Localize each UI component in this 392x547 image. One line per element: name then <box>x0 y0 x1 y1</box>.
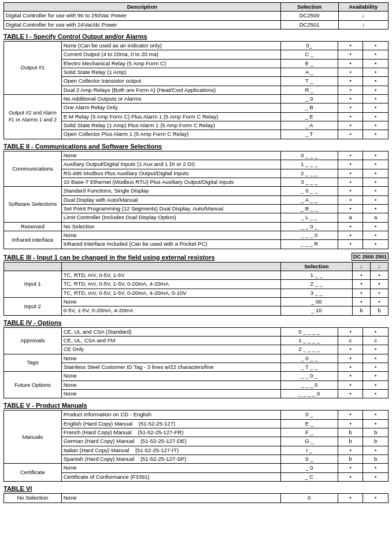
manual-it-av1: • <box>338 446 363 454</box>
ir-none-av2: • <box>363 231 389 239</box>
table-row: Dual Display with Auto/Manual _ A _ _ • … <box>4 195 389 204</box>
input2-0-5v: 0-5V, 1-5V, 0-20mA, 4-20mA <box>61 306 280 315</box>
table6-sel: 0 <box>280 494 338 502</box>
table1-title: TABLE I - Specify Control Output and/or … <box>3 33 389 40</box>
table-row: TC, RTD, mV, 0-5V, 1-5V, 0-20mA, 4-20mA … <box>4 280 389 289</box>
approval-fm-av1: c <box>338 337 363 345</box>
table1-section: Output #1 None (Can be used as an indica… <box>3 41 389 139</box>
output2-oc-av2: • <box>363 130 389 139</box>
cert-none-av1: • <box>338 464 363 472</box>
output2-em-av1: • <box>338 112 363 121</box>
table-row: RS-485 Modbus Plus Auxiliary Output/Digi… <box>4 169 389 178</box>
output1-none-sel: 0_ <box>280 42 338 50</box>
manual-en-av2: • <box>363 419 389 428</box>
manual-es: Spanish (Hard Copy) Manual (51-52-25-127… <box>61 455 280 464</box>
manual-de: German (Hard Copy) Manual (51-52-25-127-… <box>61 437 280 446</box>
manuals-label: Manuals <box>4 411 62 464</box>
table-row: Open Collector Plus Alarm 1 (5 Amp Form … <box>4 130 389 139</box>
output2-ssr-sel: _ A <box>280 121 338 130</box>
output1-oc-sel: T _ <box>280 77 338 86</box>
table4-section: Approvals CE, UL and CSA (Standard) 0 _ … <box>3 327 389 399</box>
table3-col-header-row: Selection ↓ ↓ <box>4 262 389 271</box>
cert-none-av2: • <box>363 464 389 472</box>
output1-emr: Electro Mechanical Relay (5 Amp Form C) <box>61 59 280 68</box>
output2-oc-av1: • <box>338 130 363 139</box>
sw-spp-sel: _ B _ _ <box>280 204 338 213</box>
t3-col-blank2 <box>61 262 280 271</box>
table-row: French (Hard Copy) Manual (51-52-25-127-… <box>4 428 389 437</box>
future3-none-sel: _ _ _ _ 0 <box>280 390 338 398</box>
output2-em-sel: _ E <box>280 112 338 121</box>
future2-none-av2: • <box>363 380 389 389</box>
future1-none: None <box>61 372 280 380</box>
table6: No Selection None 0 • • <box>3 493 389 502</box>
manual-es-sel: S _ <box>280 455 338 464</box>
tags-none: None <box>61 354 280 363</box>
output2-one-alarm-av2: • <box>363 104 389 112</box>
output1-dual: Dual 2 Amp Relays (Both are Form A) (Hea… <box>61 86 280 94</box>
output1-oc-av2: • <box>363 77 389 86</box>
table-row: Communications None 0 _ _ _ • • <box>4 151 389 160</box>
input1-row3: TC, RTD, mV, 0-5V, 1-5V, 0-20mA, 4-20mA,… <box>61 289 280 297</box>
output1-current: Current Output (4 to 20ma, 0 to 20 ma) <box>61 50 280 59</box>
future3-none-av2: • <box>363 390 389 398</box>
approval-ce: CE Only <box>61 345 280 354</box>
cert-none: None <box>61 464 280 472</box>
comm-aux-av1: • <box>338 160 363 169</box>
table-row: Tags None _ 0 _ _ • • <box>4 354 389 363</box>
sw-standard-sel: _ 0 _ _ <box>280 187 338 195</box>
manual-de-sel: G _ <box>280 437 338 446</box>
comm-rs485: RS-485 Modbus Plus Auxiliary Output/Digi… <box>61 169 280 178</box>
output2-oc-sel: _ T <box>280 130 338 139</box>
cert-conformance-sel: _ C <box>280 472 338 481</box>
output1-none-av1: • <box>338 42 363 50</box>
ir-none-av1: • <box>338 231 363 239</box>
tags-ss-av2: • <box>363 363 389 372</box>
sw-dual-sel: _ A _ _ <box>280 195 338 204</box>
col-dc: DC 2500 2501 <box>352 253 389 261</box>
output1-oc-av1: • <box>338 77 363 86</box>
manual-it-av2: • <box>363 446 389 454</box>
output1-dual-av1: • <box>338 86 363 94</box>
header-row2-desc: Digital Controller for use with 24Vac/dc… <box>4 20 281 29</box>
output1-emr-av2: • <box>363 59 389 68</box>
table6-label: No Selection <box>4 494 62 502</box>
manual-fr-av2: b <box>363 428 389 437</box>
table5-title: TABLE V - Product Manuals <box>3 402 389 409</box>
manual-fr-av1: b <box>338 428 363 437</box>
output2-none: No Additional Outputs or Alarms <box>61 95 280 104</box>
comm-aux-av2: • <box>363 160 389 169</box>
header-row1-avail: ↓ <box>338 12 388 20</box>
comm-none-av1: • <box>338 151 363 160</box>
table-row: Approvals CE, UL and CSA (Standard) 0 _ … <box>4 327 389 336</box>
cert-conformance-av2: • <box>363 472 389 481</box>
manual-en-av1: • <box>338 419 363 428</box>
sw-limit-av2: a <box>363 213 389 222</box>
input1-row1-av2: • <box>370 271 388 279</box>
comm-aux-sel: 1 _ _ _ <box>280 160 338 169</box>
sw-limit: Limit Controller (Includes Dual Display … <box>61 213 280 222</box>
table-row: Future Options None _ _ 0 _ • • <box>4 372 389 380</box>
table-row: Open Collector transistor output T _ • • <box>4 77 389 86</box>
output2-ssr-av1: • <box>338 121 363 130</box>
header-availability: Availability <box>338 3 388 12</box>
manual-cd-av2: • <box>363 411 389 419</box>
manual-fr: French (Hard Copy) Manual (51-52-25-127-… <box>61 428 280 437</box>
sw-standard: Standard Functions, Single Display <box>61 187 280 195</box>
sw-limit-sel: _ L _ _ <box>280 213 338 222</box>
table3-header-wrapper: TABLE III - Input 1 can be changed in th… <box>3 253 389 261</box>
output1-ssr-av1: • <box>338 68 363 77</box>
output2-em: E-M Relay (5 Amp Form C) Plus Alarm 1 (5… <box>61 112 280 121</box>
ir-included-av1: • <box>338 240 363 249</box>
output2-none-av1: • <box>338 95 363 104</box>
cert-label: Certificate <box>4 464 62 482</box>
table4-title: TABLE IV - Options <box>3 319 389 326</box>
future1-none-sel: _ _ 0 _ <box>280 372 338 380</box>
output2-ssr: Solid State Relay (1 Amp) Plus Alarm 1 (… <box>61 121 280 130</box>
output1-oc: Open Collector transistor output <box>61 77 280 86</box>
table2-title: TABLE II - Communications and Software S… <box>3 143 389 150</box>
input1-row2-av1: • <box>352 280 370 289</box>
t3-col-arrow2: ↓ <box>370 262 388 271</box>
future2-none-sel: _ _ _ 0 <box>280 380 338 389</box>
table6-av2: • <box>363 494 389 502</box>
